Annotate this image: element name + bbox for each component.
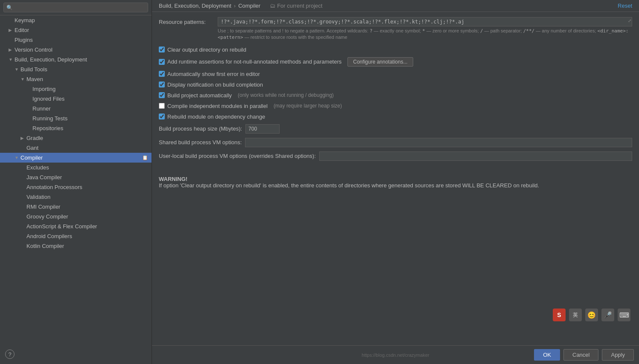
auto-show-error-label: Automatically show first error in editor [167, 71, 260, 77]
sidebar-item-label: Groovy Compiler [26, 213, 140, 220]
warning-text: If option 'Clear output directory on reb… [159, 182, 539, 189]
warning-title: WARNING! [159, 176, 187, 182]
heap-size-label: Build process heap size (Mbytes): [159, 125, 242, 132]
sidebar-item-version-control[interactable]: ▶ Version Control 📋 [0, 45, 152, 55]
expand-icon[interactable]: ⤢ [628, 18, 631, 23]
rebuild-dependency-checkbox[interactable] [159, 114, 165, 119]
checkbox-row-auto-show-error: Automatically show first error in editor [159, 69, 632, 79]
sidebar-item-build-tools[interactable]: ▼ Build Tools 📋 [0, 64, 152, 74]
auto-show-error-checkbox[interactable] [159, 71, 165, 77]
sidebar-item-label: Repositories [32, 125, 140, 131]
add-runtime-label: Add runtime assertions for not-null-anno… [167, 58, 341, 65]
sidebar-item-excludes[interactable]: Excludes 📋 [0, 163, 152, 172]
s-icon: S [553, 309, 566, 321]
sidebar-item-gradle[interactable]: ▶ Gradle 📋 [0, 133, 152, 143]
ok-button[interactable]: OK [534, 349, 560, 361]
breadcrumb-part-2: Compiler [238, 3, 260, 9]
user-local-vm-label: User-local build process VM options (ove… [159, 153, 316, 159]
resource-patterns-hint: Use ; to separate patterns and ! to nega… [218, 28, 632, 41]
build-auto-checkbox[interactable] [159, 92, 165, 98]
compile-parallel-note: (may require larger heap size) [274, 103, 342, 109]
sidebar-item-groovy-compiler[interactable]: Groovy Compiler 📋 [0, 212, 152, 221]
sidebar-item-label: Build, Execution, Deployment [15, 56, 140, 63]
search-bar: 🔍 [0, 0, 152, 15]
display-notification-label: Display notification on build completion [167, 82, 263, 88]
configure-annotations-button[interactable]: Configure annotations... [347, 57, 413, 67]
shared-vm-row: Shared build process VM options: [159, 136, 632, 149]
settings-body: Resource patterns: ⤢ Use ; to separate p… [152, 12, 639, 345]
sidebar-item-annotation-processors[interactable]: Annotation Processors 📋 [0, 182, 152, 192]
resource-patterns-label: Resource patterns: [159, 17, 214, 25]
rebuild-dependency-label: Rebuild module on dependency change [167, 114, 265, 120]
checkbox-row-clear-output: Clear output directory on rebuild [159, 44, 632, 55]
sidebar-item-label: Maven [26, 76, 140, 82]
clear-output-label: Clear output directory on rebuild [167, 47, 246, 53]
sidebar-item-label: Java Compiler [26, 174, 140, 181]
sidebar-item-keymap[interactable]: Keymap 📋 [0, 15, 152, 25]
shared-vm-label: Shared build process VM options: [159, 139, 242, 146]
sidebar-item-java-compiler[interactable]: Java Compiler 📋 [0, 172, 152, 182]
sidebar-item-compiler[interactable]: ▼ Compiler 📋 [0, 153, 152, 163]
sidebar-item-label: Runner [32, 105, 140, 112]
sidebar-item-label: Editor [15, 27, 140, 33]
resource-patterns-input[interactable] [218, 17, 632, 26]
heap-size-input[interactable] [245, 124, 280, 134]
search-icon: 🔍 [6, 5, 13, 11]
sidebar-item-importing[interactable]: Importing 📋 [0, 84, 152, 94]
user-local-vm-input[interactable] [319, 151, 632, 161]
add-runtime-checkbox[interactable] [159, 59, 165, 65]
copy-icon: 📋 [142, 155, 148, 160]
checkbox-row-rebuild-dependency: Rebuild module on dependency change [159, 111, 632, 122]
heap-size-row: Build process heap size (Mbytes): [159, 122, 632, 136]
sidebar-item-label: Importing [32, 86, 140, 92]
build-auto-note: (only works while not running / debuggin… [238, 92, 334, 98]
arrow-icon: ▶ [9, 47, 15, 52]
sidebar-item-ignored-files[interactable]: Ignored Files 📋 [0, 94, 152, 104]
sidebar-item-android-compilers[interactable]: Android Compilers 📋 [0, 231, 152, 241]
sidebar-item-build-execution-deployment[interactable]: ▼ Build, Execution, Deployment 📋 [0, 55, 152, 64]
sidebar-item-validation[interactable]: Validation 📋 [0, 192, 152, 202]
resource-patterns-input-wrap: ⤢ Use ; to separate patterns and ! to ne… [218, 17, 632, 41]
lang-icon: 英 [569, 309, 582, 321]
breadcrumb: Build, Execution, Deployment › Compiler … [159, 3, 618, 9]
project-icon: 🗂 [270, 3, 275, 9]
sidebar-item-actionscript-flex[interactable]: ActionScript & Flex Compiler 📋 [0, 221, 152, 231]
breadcrumb-separator: › [234, 3, 236, 9]
compile-parallel-checkbox[interactable] [159, 103, 165, 109]
watermark: https://blog.csdn.net/crazymaker [362, 352, 429, 358]
shared-vm-input[interactable] [245, 138, 632, 147]
search-input[interactable] [15, 4, 145, 11]
sidebar-item-label: Gradle [26, 135, 140, 141]
arrow-icon: ▼ [15, 67, 20, 72]
sidebar-item-runner[interactable]: Runner 📋 [0, 104, 152, 114]
sidebar-item-running-tests[interactable]: Running Tests 📋 [0, 114, 152, 123]
sidebar-item-kotlin-compiler[interactable]: Kotlin Compiler 📋 [0, 241, 152, 251]
display-notification-checkbox[interactable] [159, 82, 165, 87]
keyboard-icon: ⌨ [618, 309, 630, 321]
sidebar-item-label: Ignored Files [32, 96, 140, 102]
cancel-button[interactable]: Cancel [563, 349, 598, 361]
content-area: Build, Execution, Deployment › Compiler … [152, 0, 639, 364]
resource-patterns-row: Resource patterns: ⤢ Use ; to separate p… [159, 17, 632, 41]
floating-toolbar: S 英 😊 🎤 ⌨ [553, 309, 630, 321]
search-input-wrap[interactable]: 🔍 [3, 3, 148, 12]
sidebar-item-label: ActionScript & Flex Compiler [26, 223, 140, 230]
sidebar-item-label: Gant [26, 145, 140, 151]
bottom-bar: https://blog.csdn.net/crazymaker OK Canc… [152, 345, 639, 364]
sidebar-item-repositories[interactable]: Repositories 📋 [0, 123, 152, 133]
apply-button[interactable]: Apply [602, 349, 634, 361]
sidebar-item-maven[interactable]: ▼ Maven 📋 [0, 74, 152, 84]
sidebar-item-rmi-compiler[interactable]: RMI Compiler 📋 [0, 202, 152, 212]
compile-parallel-label: Compile independent modules in parallel [167, 103, 268, 109]
clear-output-checkbox[interactable] [159, 47, 165, 52]
sidebar-item-gant[interactable]: Gant 📋 [0, 143, 152, 153]
sidebar-item-editor[interactable]: ▶ Editor 📋 [0, 25, 152, 35]
sidebar-item-label: Version Control [15, 47, 140, 53]
sidebar-item-label: Excludes [26, 164, 140, 171]
reset-button[interactable]: Reset [618, 3, 632, 9]
sidebar-item-plugins[interactable]: Plugins 📋 [0, 35, 152, 45]
build-auto-label: Build project automatically [167, 92, 232, 99]
arrow-icon: ▼ [15, 155, 20, 160]
sidebar-item-label: Annotation Processors [26, 184, 140, 190]
help-button[interactable]: ? [5, 349, 15, 359]
